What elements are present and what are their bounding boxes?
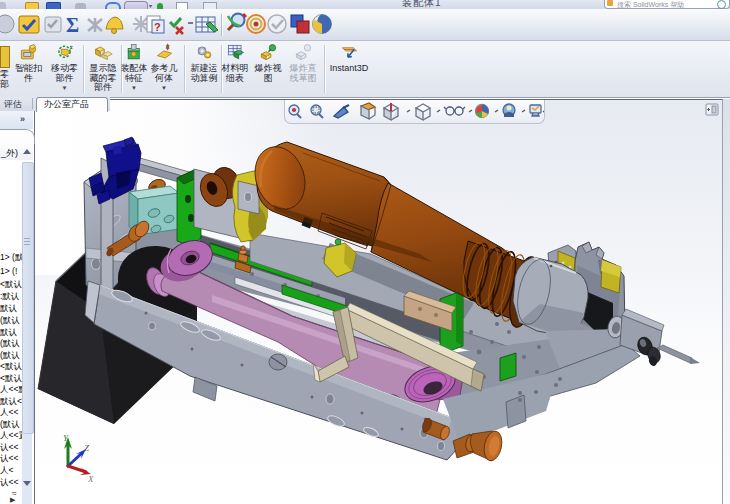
- svg-text:Z: Z: [84, 443, 90, 453]
- svg-text:?: ?: [154, 21, 161, 33]
- svg-text:X: X: [87, 474, 94, 484]
- svg-text:Σ: Σ: [66, 14, 79, 36]
